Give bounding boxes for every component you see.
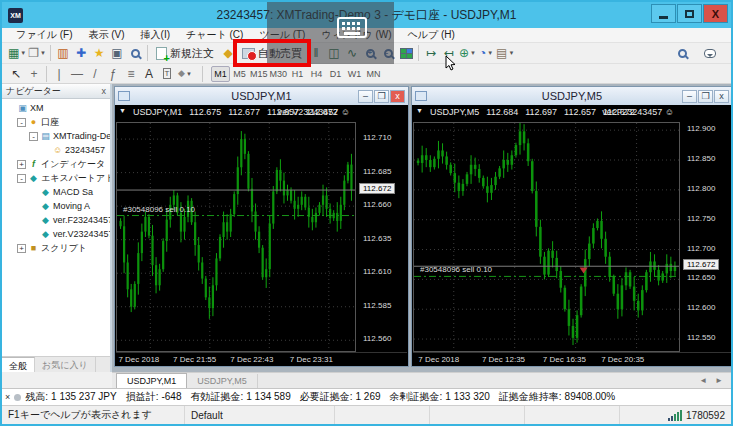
timeframe-w1-button[interactable]: W1 bbox=[345, 66, 364, 82]
expand-toggle[interactable]: - bbox=[29, 132, 38, 141]
tree-label: ver.V23243457 bbox=[53, 229, 110, 239]
connection-status[interactable]: 1780592 bbox=[662, 406, 731, 424]
terminal-button[interactable]: ▣ bbox=[108, 44, 126, 62]
chart-minimize-button[interactable]: – bbox=[682, 90, 697, 103]
tree-item-account[interactable]: ☺23243457 bbox=[2, 143, 110, 157]
tree-item-accounts[interactable]: -●口座 bbox=[2, 115, 110, 129]
chart-tab-usdjpy-m1[interactable]: USDJPY,M1 bbox=[116, 373, 187, 388]
tree-item-scripts[interactable]: +■スクリプト bbox=[2, 241, 110, 255]
tree-item-moving-average[interactable]: ◆Moving A bbox=[2, 199, 110, 213]
minimize-button[interactable] bbox=[651, 4, 676, 23]
status-profile[interactable]: Default bbox=[185, 406, 335, 424]
close-button[interactable]: X bbox=[703, 4, 728, 23]
menu-help[interactable]: ヘルプ (H) bbox=[400, 28, 463, 42]
templates-button[interactable]: ▤▼ bbox=[495, 44, 515, 62]
symbol-dropdown-icon[interactable]: ▼ bbox=[119, 107, 126, 120]
status-help-text: F1キーでヘルプが表示されます bbox=[2, 406, 185, 424]
navigator-close-icon[interactable]: x bbox=[102, 86, 107, 96]
tree-item-server[interactable]: -▤XMTrading-Demo 3 bbox=[2, 129, 110, 143]
chart-close-button[interactable]: x bbox=[714, 90, 729, 103]
strategy-tester-icon bbox=[131, 49, 140, 58]
tree-item-ver-f[interactable]: ◆ver.F23243457 bbox=[2, 213, 110, 227]
price-axis[interactable]: 112.672 112.710112.685112.660112.635112.… bbox=[357, 122, 408, 352]
metaeditor-button[interactable]: ◆ bbox=[219, 44, 237, 62]
vertical-line-button[interactable]: | bbox=[50, 65, 68, 83]
timeframe-m30-button[interactable]: M30 bbox=[269, 66, 289, 82]
chart-canvas[interactable]: ▼ USDJPY,M5 112.684 112.697 112.657 112.… bbox=[412, 105, 732, 366]
timeframe-m15-button[interactable]: M15 bbox=[249, 66, 269, 82]
tree-item-experts[interactable]: -◆エキスパートアド bbox=[2, 171, 110, 185]
new-order-button[interactable]: 新規注文 bbox=[151, 44, 219, 62]
timeframe-m5-button[interactable]: M5 bbox=[230, 66, 249, 82]
trendline-button[interactable]: / bbox=[86, 65, 104, 83]
tab-scroll-left-icon[interactable]: ◄ bbox=[699, 376, 707, 385]
crosshair-tool-button[interactable]: + bbox=[25, 65, 43, 83]
expand-toggle[interactable]: - bbox=[17, 118, 26, 127]
fibonacci-button[interactable]: ƒ bbox=[104, 65, 122, 83]
time-axis[interactable]: 7 Dec 20187 Dec 12:357 Dec 16:357 Dec 20… bbox=[413, 352, 731, 366]
minimize-icon bbox=[659, 16, 668, 19]
drawings-button[interactable]: ≡ bbox=[122, 65, 140, 83]
time-tick-label: 7 Dec 12:35 bbox=[482, 355, 525, 364]
expand-toggle[interactable]: - bbox=[17, 174, 26, 183]
menu-chart[interactable]: チャート (C) bbox=[178, 28, 251, 42]
indicators-button[interactable]: ⊕▼ bbox=[458, 44, 477, 62]
horizontal-line-button[interactable]: — bbox=[68, 65, 86, 83]
periods-button[interactable]: ◔▼ bbox=[477, 44, 495, 62]
tree-item-indicators[interactable]: +fインディケータ bbox=[2, 157, 110, 171]
new-chart-button[interactable]: ▦▼ bbox=[7, 44, 27, 62]
tree-label: XM bbox=[30, 103, 44, 113]
tree-item-xm[interactable]: ▣XM bbox=[2, 101, 110, 115]
timeframe-m1-button[interactable]: M1 bbox=[211, 66, 230, 82]
chart-window-titlebar[interactable]: USDJPY,M5 – ❒ x bbox=[412, 87, 732, 105]
terminal-close-icon[interactable]: × bbox=[2, 392, 13, 402]
price-plot-area[interactable]: #30548096 sell 0.10 bbox=[116, 122, 356, 352]
navigator-button[interactable]: ★ bbox=[90, 44, 108, 62]
chart-window-titlebar[interactable]: USDJPY,M1 – ❒ x bbox=[115, 87, 408, 105]
chart-tab-usdjpy-m5[interactable]: USDJPY,M5 bbox=[187, 374, 257, 388]
menu-view[interactable]: 表示 (V) bbox=[80, 28, 132, 42]
maximize-icon bbox=[685, 10, 694, 18]
mouse-cursor bbox=[445, 55, 456, 71]
mt4-window: XM 23243457: XMTrading-Demo 3 - デモ口座 - U… bbox=[0, 0, 733, 426]
profiles-button[interactable]: ❐▼ bbox=[27, 44, 47, 62]
time-axis[interactable]: 7 Dec 20187 Dec 21:557 Dec 22:437 Dec 23… bbox=[116, 352, 407, 366]
data-window-button[interactable]: ✚ bbox=[72, 44, 90, 62]
price-axis[interactable]: 112.672 112.900112.850112.800112.750112.… bbox=[681, 122, 732, 352]
text-tool-button[interactable]: A bbox=[140, 65, 158, 83]
expand-toggle[interactable]: + bbox=[17, 160, 26, 169]
tile-windows-button[interactable] bbox=[397, 44, 415, 62]
timeframe-d1-button[interactable]: D1 bbox=[326, 66, 345, 82]
maximize-button[interactable] bbox=[677, 4, 702, 23]
arrows-button[interactable]: ◆▼ bbox=[176, 65, 194, 83]
chart-canvas[interactable]: ▼ USDJPY,M1 112.675 112.677 112.657 112.… bbox=[115, 105, 408, 366]
text-label-button[interactable]: T bbox=[158, 65, 176, 83]
price-plot-area[interactable]: #30548096 sell 0.10 bbox=[413, 122, 680, 352]
cursor-tool-button[interactable]: ↖ bbox=[7, 65, 25, 83]
chart-restore-button[interactable]: ❒ bbox=[698, 90, 713, 103]
expert-advisor-icon: ◆ bbox=[40, 215, 51, 225]
tree-item-ver-v[interactable]: ◆ver.V23243457 bbox=[2, 227, 110, 241]
expand-toggle[interactable]: + bbox=[17, 244, 26, 253]
tab-scroll-right-icon[interactable]: ► bbox=[715, 376, 723, 385]
price-tick-label: 112.600 bbox=[687, 303, 715, 312]
navigator-tab-common[interactable]: 全般 bbox=[2, 357, 35, 372]
market-watch-button[interactable]: ▥ bbox=[54, 44, 72, 62]
community-button[interactable] bbox=[701, 44, 719, 62]
timeframe-h4-button[interactable]: H4 bbox=[307, 66, 326, 82]
chart-restore-button[interactable]: ❒ bbox=[374, 90, 389, 103]
tree-item-macd[interactable]: ◆MACD Sa bbox=[2, 185, 110, 199]
menu-insert[interactable]: 挿入(I) bbox=[133, 28, 178, 42]
data-window-icon: ✚ bbox=[76, 47, 86, 59]
timeframe-mn-button[interactable]: MN bbox=[364, 66, 383, 82]
chart-minimize-button[interactable]: – bbox=[358, 90, 373, 103]
search-button[interactable] bbox=[673, 44, 691, 62]
symbol-dropdown-icon[interactable]: ▼ bbox=[416, 107, 423, 120]
navigator-tab-favorites[interactable]: お気に入り bbox=[35, 357, 96, 372]
chart-close-button[interactable]: x bbox=[390, 90, 405, 103]
auto-scroll-button[interactable]: ↦ bbox=[422, 44, 440, 62]
tree-label: 口座 bbox=[41, 116, 59, 129]
menu-file[interactable]: ファイル (F) bbox=[8, 28, 80, 42]
strategy-tester-button[interactable] bbox=[126, 44, 144, 62]
timeframe-h1-button[interactable]: H1 bbox=[288, 66, 307, 82]
